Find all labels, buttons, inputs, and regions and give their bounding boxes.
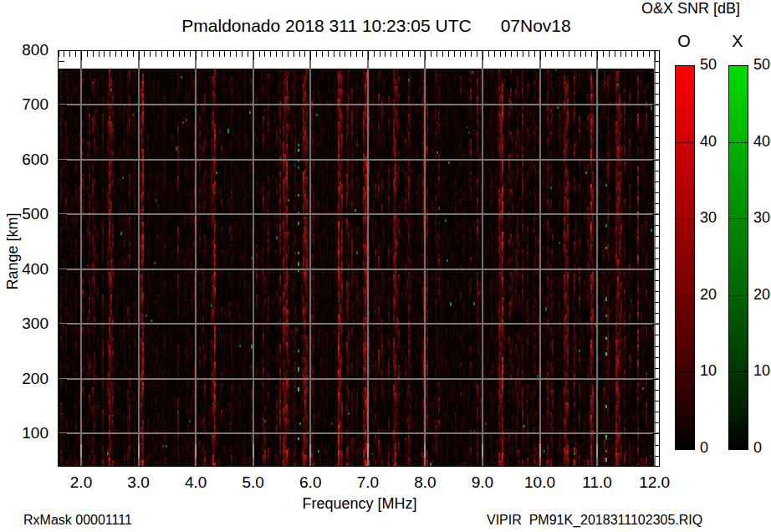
colorbar-tick-label: 50 xyxy=(700,56,717,74)
y-right-tick xyxy=(652,433,660,434)
y-right-tick xyxy=(655,390,660,391)
colorbar-tick-label: 20 xyxy=(700,286,717,304)
y-right-tick xyxy=(655,368,660,369)
x-minor-tick xyxy=(99,51,100,57)
x-minor-tick xyxy=(534,51,535,57)
x-minor-tick xyxy=(64,51,64,57)
y-right-tick xyxy=(655,94,660,95)
x-minor-tick xyxy=(69,51,70,57)
x-minor-tick xyxy=(104,51,105,57)
y-tick-label: 700 xyxy=(8,95,49,114)
y-right-tick xyxy=(655,115,660,116)
x-minor-tick xyxy=(316,51,317,57)
x-minor-tick xyxy=(574,51,575,57)
y-left-tick xyxy=(59,269,67,270)
x-minor-tick xyxy=(75,51,76,57)
x-minor-tick xyxy=(121,51,122,57)
x-minor-tick xyxy=(87,51,88,57)
x-minor-tick xyxy=(288,51,288,57)
x-minor-tick xyxy=(144,51,145,57)
x-minor-tick xyxy=(150,51,151,57)
y-left-tick xyxy=(59,160,67,161)
x-minor-tick xyxy=(454,51,455,57)
plot-frame xyxy=(58,50,660,467)
y-right-tick xyxy=(655,346,660,347)
x-minor-tick xyxy=(465,51,466,57)
y-right-tick xyxy=(655,291,660,292)
x-minor-tick xyxy=(190,51,191,57)
x-minor-tick xyxy=(219,51,220,57)
x-tick-label: 7.0 xyxy=(345,473,391,492)
x-minor-tick xyxy=(173,51,174,57)
x-minor-tick xyxy=(620,51,621,57)
x-minor-tick xyxy=(437,51,437,57)
x-minor-tick xyxy=(127,51,128,57)
x-minor-tick xyxy=(368,51,369,60)
y-left-tick xyxy=(59,412,64,412)
y-left-tick xyxy=(59,456,64,457)
x-tick-label: 2.0 xyxy=(58,473,105,492)
x-minor-tick xyxy=(110,51,110,57)
x-minor-tick xyxy=(161,51,162,57)
x-tick-label: 9.0 xyxy=(459,473,506,492)
y-left-tick xyxy=(59,258,64,259)
x-minor-tick xyxy=(431,51,431,57)
x-minor-tick xyxy=(523,51,523,57)
y-right-tick xyxy=(655,335,660,335)
y-left-tick xyxy=(59,105,67,105)
y-left-tick xyxy=(59,445,64,446)
x-minor-tick xyxy=(334,51,334,57)
plot-title: Pmaldonado 2018 311 10:23:05 UTC 07Nov18 xyxy=(59,16,694,36)
x-minor-tick xyxy=(253,51,254,60)
x-minor-tick xyxy=(196,51,197,60)
y-left-tick xyxy=(59,236,64,237)
x-minor-tick xyxy=(299,51,300,57)
colorbar-tick-dash xyxy=(675,295,693,296)
x-minor-tick xyxy=(236,51,237,57)
x-minor-tick xyxy=(569,51,569,57)
x-minor-tick xyxy=(631,51,632,57)
x-minor-tick xyxy=(637,51,638,57)
x-minor-tick xyxy=(345,51,345,57)
y-left-tick xyxy=(59,379,67,380)
x-minor-tick xyxy=(322,51,323,57)
colorbar-tick-label: 30 xyxy=(753,209,770,227)
y-right-tick xyxy=(652,379,660,380)
colorbar-x-label: X xyxy=(728,32,748,51)
y-right-tick xyxy=(655,149,660,150)
x-minor-tick xyxy=(500,51,501,57)
x-minor-tick xyxy=(615,51,615,57)
x-minor-tick xyxy=(328,51,329,57)
x-minor-tick xyxy=(609,51,610,57)
x-minor-tick xyxy=(304,51,305,57)
x-minor-tick xyxy=(420,51,421,57)
x-minor-tick xyxy=(133,51,134,57)
x-tick-label: 8.0 xyxy=(401,473,448,492)
y-tick-label: 200 xyxy=(8,370,49,388)
y-left-tick xyxy=(59,280,64,281)
x-minor-tick xyxy=(294,51,294,57)
x-minor-tick xyxy=(483,51,483,60)
x-axis-label: Frequency [MHz] xyxy=(243,495,477,513)
x-minor-tick xyxy=(580,51,581,57)
x-minor-tick xyxy=(408,51,409,57)
x-minor-tick xyxy=(603,51,604,57)
x-minor-tick xyxy=(655,51,656,60)
x-minor-tick xyxy=(591,51,592,57)
x-minor-tick xyxy=(374,51,375,57)
x-minor-tick xyxy=(139,51,140,60)
colorbar-o-label: O xyxy=(674,32,694,51)
colorbar-tick-label: 20 xyxy=(753,286,770,304)
x-minor-tick xyxy=(362,51,363,57)
x-minor-tick xyxy=(540,51,541,60)
x-tick-label: 10.0 xyxy=(517,473,564,492)
y-left-tick xyxy=(59,433,67,434)
y-left-tick xyxy=(59,137,64,138)
y-right-tick xyxy=(652,269,660,270)
y-left-tick xyxy=(59,149,64,150)
y-right-tick xyxy=(655,182,660,182)
y-right-tick xyxy=(652,324,660,325)
x-minor-tick xyxy=(585,51,586,57)
x-minor-tick xyxy=(380,51,380,57)
filename-text: VIPIR PM91K_2018311102305.RIQ xyxy=(487,513,702,528)
